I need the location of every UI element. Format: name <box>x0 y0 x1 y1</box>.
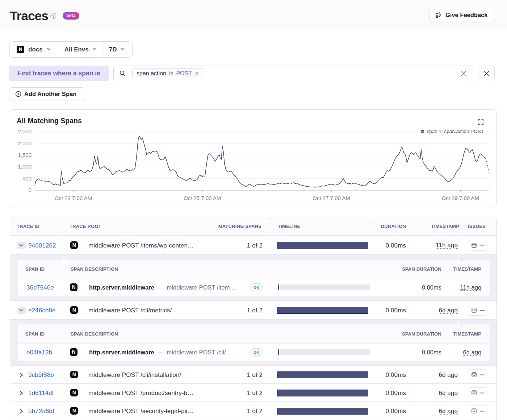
svg-text:0: 0 <box>29 187 32 193</box>
svg-text:2,500: 2,500 <box>18 128 32 134</box>
svg-text:N: N <box>72 284 76 290</box>
svg-text:1,500: 1,500 <box>18 152 32 158</box>
svg-text:2,000: 2,000 <box>18 140 32 146</box>
svg-text:N: N <box>72 408 76 413</box>
svg-text:Oct 23 7:00 AM: Oct 23 7:00 AM <box>55 195 92 201</box>
svg-text:N: N <box>72 371 76 377</box>
svg-text:Oct 29 7:00 AM: Oct 29 7:00 AM <box>442 195 479 201</box>
svg-text:Oct 27 7:00 AM: Oct 27 7:00 AM <box>313 195 350 201</box>
svg-text:N: N <box>19 46 22 52</box>
svg-text:N: N <box>72 242 76 248</box>
svg-text:500: 500 <box>22 175 32 182</box>
svg-text:N: N <box>72 349 76 355</box>
svg-text:Oct 25 7:00 AM: Oct 25 7:00 AM <box>184 195 221 201</box>
svg-text:1,000: 1,000 <box>18 163 32 170</box>
svg-text:N: N <box>72 307 76 313</box>
svg-text:N: N <box>72 390 76 395</box>
